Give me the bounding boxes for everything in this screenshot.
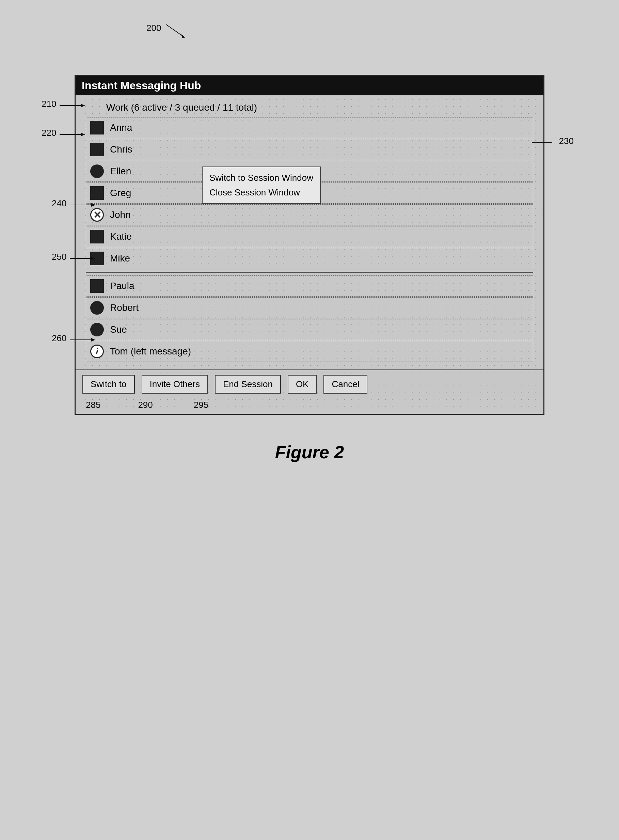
ref-label-220: 220 [42, 128, 88, 140]
svg-marker-5 [81, 133, 85, 136]
avatar [90, 300, 105, 315]
session-name: Paula [110, 281, 135, 291]
list-item[interactable]: Robert [86, 297, 533, 318]
ref-label-295: 295 [194, 400, 208, 410]
session-name: Mike [110, 253, 130, 264]
title-bar-label: Instant Messaging Hub [82, 79, 201, 91]
svg-line-0 [166, 24, 183, 36]
avatar [90, 278, 105, 293]
cancel-button[interactable]: Cancel [323, 375, 367, 394]
svg-marker-12 [91, 338, 95, 342]
session-name: Anna [110, 122, 132, 133]
section-divider [86, 272, 533, 273]
button-ref-labels: 285 290 295 [76, 398, 543, 414]
ref-label-260: 260 [52, 333, 99, 345]
switch-to-button[interactable]: Switch to [82, 375, 135, 394]
ref-label-285: 285 [86, 400, 100, 410]
info-icon: i [90, 345, 104, 358]
session-list: Anna Chris Switch to Session Window Clos… [86, 117, 533, 362]
session-name: Tom (left message) [110, 346, 191, 357]
avatar [90, 120, 105, 135]
invite-others-button[interactable]: Invite Others [142, 375, 208, 394]
ref-label-230: 230 [530, 136, 574, 148]
svg-marker-3 [81, 104, 85, 107]
list-item[interactable]: Chris Switch to Session Window Close Ses… [86, 139, 533, 160]
ref-label-200: 200 [147, 21, 190, 38]
avatar: i [90, 344, 105, 359]
avatar [90, 164, 105, 179]
avatar [90, 142, 105, 157]
group-title: Work (6 active / 3 queued / 11 total) [106, 102, 533, 113]
main-window: Instant Messaging Hub 210 Work (6 active… [75, 75, 544, 415]
session-name: Robert [110, 302, 139, 313]
x-icon: ✕ [90, 208, 104, 222]
list-item[interactable]: Katie [86, 226, 533, 247]
list-item[interactable]: Paula [86, 275, 533, 297]
svg-marker-1 [181, 34, 185, 38]
context-menu-item-switch[interactable]: Switch to Session Window [209, 170, 313, 185]
session-name: Chris [110, 144, 132, 155]
list-item[interactable]: Mike [86, 248, 533, 269]
context-menu-item-close[interactable]: Close Session Window [209, 185, 313, 200]
ref-label-240: 240 [52, 198, 99, 210]
button-bar: Switch to Invite Others End Session OK C… [76, 369, 543, 398]
title-bar: Instant Messaging Hub [76, 76, 543, 95]
list-item[interactable]: ✕ John [86, 204, 533, 226]
ref-label-250: 250 [52, 252, 99, 263]
figure-caption: Figure 2 [275, 442, 344, 462]
svg-marker-10 [91, 257, 95, 260]
context-menu: Switch to Session Window Close Session W… [202, 166, 321, 204]
avatar [90, 229, 105, 244]
session-name: Katie [110, 231, 132, 242]
svg-marker-8 [91, 203, 95, 207]
session-name: Ellen [110, 166, 131, 177]
list-item[interactable]: Anna [86, 117, 533, 138]
session-name: John [110, 209, 131, 220]
ok-button[interactable]: OK [288, 375, 317, 394]
session-name: Sue [110, 324, 127, 335]
list-item[interactable]: Sue [86, 319, 533, 340]
ref-label-290: 290 [138, 400, 153, 410]
list-item[interactable]: i Tom (left message) [86, 341, 533, 362]
ref-label-210: 210 [42, 99, 88, 111]
session-name: Greg [110, 188, 131, 199]
end-session-button[interactable]: End Session [215, 375, 281, 394]
